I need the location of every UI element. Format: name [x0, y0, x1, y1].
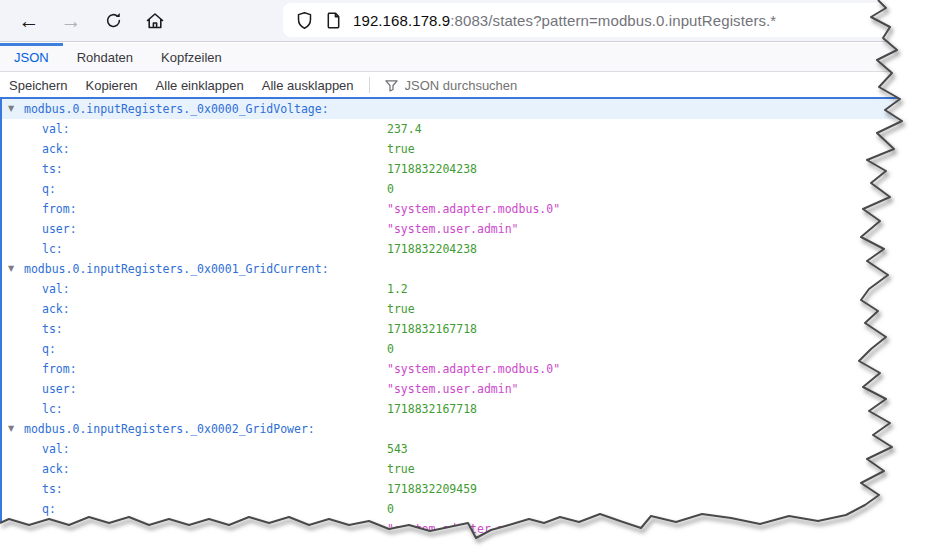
tree-node-header[interactable]: ▼modbus.0.inputRegisters._0x0000_GridVol…: [2, 99, 946, 119]
tree-prop-row[interactable]: q:0: [2, 179, 946, 199]
prop-key: ack:: [42, 462, 70, 476]
prop-key: q:: [42, 342, 56, 356]
prop-value: "system.user.admin": [387, 219, 519, 239]
tree-prop-row[interactable]: lc:1718832167718: [2, 399, 946, 419]
json-search-input[interactable]: [405, 78, 605, 93]
prop-value: 1.2: [387, 279, 408, 299]
prop-key: from:: [42, 362, 77, 376]
save-button[interactable]: Speichern: [0, 74, 77, 96]
json-tree: ▼modbus.0.inputRegisters._0x0000_GridVol…: [0, 97, 946, 558]
tree-prop-row[interactable]: ack:true: [2, 459, 946, 479]
tree-node-header[interactable]: ▼modbus.0.inputRegisters._0x0001_GridCur…: [2, 259, 946, 279]
filter-funnel-icon: [384, 78, 399, 93]
prop-value: true: [387, 459, 415, 479]
toolbar-separator: [369, 77, 370, 93]
tree-node-header[interactable]: ▼modbus.0.inputRegisters._0x0002_GridPow…: [2, 419, 946, 439]
tree-prop-row[interactable]: val:1.2: [2, 279, 946, 299]
prop-key: ack:: [42, 142, 70, 156]
prop-key: from:: [42, 202, 77, 216]
collapse-arrow-icon[interactable]: ▼: [8, 419, 14, 439]
json-viewer-tab-bar: JSON Rohdaten Kopfzeilen: [0, 43, 946, 72]
prop-key: ts:: [42, 162, 63, 176]
tree-prop-row[interactable]: val:237.4: [2, 119, 946, 139]
url-bar[interactable]: 192.168.178.9:8083/states?pattern=modbus…: [283, 3, 946, 37]
prop-value: 237.4: [387, 119, 422, 139]
node-key: modbus.0.inputRegisters._0x0001_GridCurr…: [24, 262, 329, 276]
reload-icon: [104, 11, 123, 30]
prop-value: 1718832204238: [387, 159, 477, 179]
reload-button[interactable]: [98, 6, 128, 36]
prop-value: "system.adapter.modbus.0": [387, 519, 560, 539]
tree-prop-row[interactable]: lc:1718832204238: [2, 239, 946, 259]
node-key: modbus.0.inputRegisters._0x0002_GridPowe…: [24, 422, 315, 436]
prop-value: 543: [387, 439, 408, 459]
tree-prop-row[interactable]: user:"system.user.admin": [2, 219, 946, 239]
prop-value: 0: [387, 179, 394, 199]
prop-key: q:: [42, 502, 56, 516]
prop-value: true: [387, 139, 415, 159]
tree-prop-row[interactable]: q:0: [2, 499, 946, 519]
forward-button[interactable]: →: [56, 6, 86, 36]
tree-prop-row[interactable]: ts:1718832209459: [2, 479, 946, 499]
json-actions-toolbar: Speichern Kopieren Alle einklappen Alle …: [0, 73, 946, 97]
tab-kopfzeilen[interactable]: Kopfzeilen: [147, 43, 236, 71]
prop-key: val:: [42, 122, 70, 136]
prop-key: from:: [42, 522, 77, 536]
tree-prop-row[interactable]: ts:1718832167718: [2, 319, 946, 339]
shield-icon: [295, 11, 314, 30]
prop-value: "system.adapter.modbus.0": [387, 359, 560, 379]
url-text: 192.168.178.9:8083/states?pattern=modbus…: [353, 12, 776, 29]
prop-value: true: [387, 299, 415, 319]
prop-value: 0: [387, 339, 394, 359]
prop-key: val:: [42, 442, 70, 456]
tree-prop-row[interactable]: from:"system.adapter.modbus.0": [2, 199, 946, 219]
prop-key: lc:: [42, 242, 63, 256]
tree-prop-row[interactable]: user:"system.user.admin": [2, 379, 946, 399]
page-icon: [325, 11, 342, 30]
tab-json[interactable]: JSON: [0, 43, 63, 71]
tree-prop-row[interactable]: val:543: [2, 439, 946, 459]
tree-prop-row[interactable]: from:"system.adapter.modbus.0": [2, 359, 946, 379]
prop-value: 1718832167718: [387, 319, 477, 339]
json-search-box: [376, 78, 605, 93]
home-button[interactable]: [140, 6, 170, 36]
collapse-arrow-icon[interactable]: ▼: [8, 259, 14, 279]
tree-prop-row[interactable]: ack:true: [2, 299, 946, 319]
tree-prop-row[interactable]: from:"system.adapter.modbus.0": [2, 519, 946, 539]
prop-value: "system.adapter.modbus.0": [387, 199, 560, 219]
back-button[interactable]: ←: [14, 6, 44, 36]
prop-value: 0: [387, 499, 394, 519]
prop-value: "system.user.admin": [387, 379, 519, 399]
home-icon: [145, 11, 165, 31]
prop-key: user:: [42, 382, 77, 396]
prop-key: lc:: [42, 402, 63, 416]
tab-rohdaten[interactable]: Rohdaten: [63, 43, 147, 71]
prop-key: ack:: [42, 302, 70, 316]
expand-all-button[interactable]: Alle ausklappen: [253, 74, 363, 96]
browser-window: ← → 192.168.: [0, 0, 946, 558]
url-path: :8083/states?pattern=modbus.0.inputRegis…: [450, 12, 776, 29]
prop-value: 1718832204238: [387, 239, 477, 259]
prop-value: 1718832209459: [387, 479, 477, 499]
browser-nav-toolbar: ← → 192.168.: [0, 0, 946, 42]
prop-key: ts:: [42, 322, 63, 336]
url-host: 192.168.178.9: [353, 12, 450, 29]
tree-prop-row[interactable]: q:0: [2, 339, 946, 359]
prop-key: q:: [42, 182, 56, 196]
prop-key: ts:: [42, 482, 63, 496]
forward-arrow-icon: →: [61, 9, 82, 33]
prop-key: val:: [42, 282, 70, 296]
back-arrow-icon: ←: [19, 9, 40, 33]
tree-prop-row[interactable]: ts:1718832204238: [2, 159, 946, 179]
prop-value: 1718832167718: [387, 399, 477, 419]
copy-button[interactable]: Kopieren: [77, 74, 147, 96]
collapse-arrow-icon[interactable]: ▼: [8, 99, 14, 119]
prop-key: user:: [42, 222, 77, 236]
node-key: modbus.0.inputRegisters._0x0000_GridVolt…: [24, 102, 329, 116]
nav-icon-group: ← →: [0, 6, 170, 36]
collapse-all-button[interactable]: Alle einklappen: [147, 74, 253, 96]
tree-prop-row[interactable]: ack:true: [2, 139, 946, 159]
